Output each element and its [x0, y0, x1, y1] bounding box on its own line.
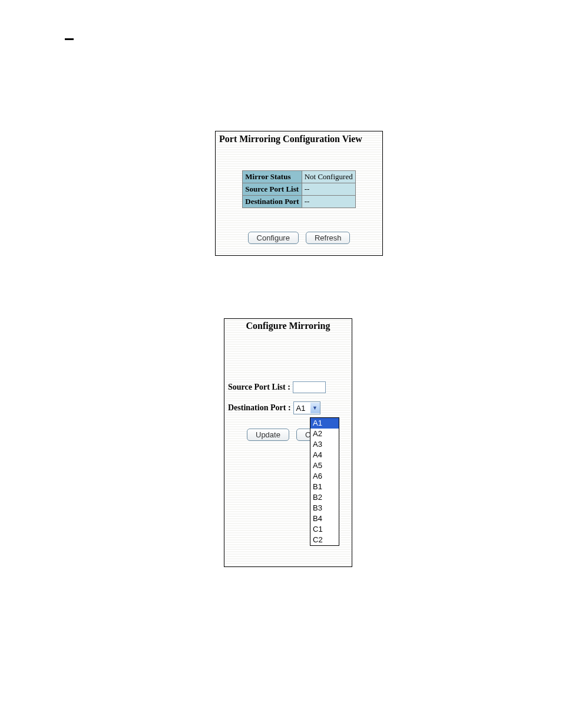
- destination-port-value: --: [302, 196, 355, 208]
- option-c2[interactable]: C2: [310, 535, 339, 545]
- destination-port-row: Destination Port : A1 ▼: [228, 401, 348, 414]
- option-a5[interactable]: A5: [310, 460, 339, 471]
- table-row: Mirror Status Not Configured: [243, 171, 355, 183]
- select-value: A1: [294, 404, 310, 413]
- source-port-row: Source Port List :: [228, 381, 348, 393]
- port-mirroring-view-panel: Port Mirroring Configuration View Mirror…: [215, 131, 383, 256]
- update-button[interactable]: Update: [247, 429, 289, 441]
- option-a1[interactable]: A1: [310, 418, 339, 429]
- option-a4[interactable]: A4: [310, 450, 339, 460]
- table-row: Destination Port --: [243, 196, 355, 208]
- table-row: Source Port List --: [243, 183, 355, 196]
- chevron-down-icon: ▼: [310, 403, 320, 413]
- option-b4[interactable]: B4: [310, 513, 339, 524]
- option-c1[interactable]: C1: [310, 524, 339, 535]
- mirror-status-label: Mirror Status: [243, 171, 302, 183]
- refresh-button[interactable]: Refresh: [306, 232, 351, 244]
- configure-mirroring-panel: Configure Mirroring Source Port List : D…: [224, 318, 352, 567]
- source-port-list-value: --: [302, 183, 355, 196]
- source-port-list-label: Source Port List: [243, 183, 302, 196]
- option-b3[interactable]: B3: [310, 503, 339, 513]
- option-a2[interactable]: A2: [310, 429, 339, 439]
- destination-port-label: Destination Port: [243, 196, 302, 208]
- option-b2[interactable]: B2: [310, 492, 339, 503]
- panel-title: Configure Mirroring: [224, 319, 352, 331]
- source-port-input[interactable]: [293, 381, 326, 393]
- configure-button[interactable]: Configure: [248, 232, 299, 244]
- divider-mark: [65, 38, 74, 40]
- form-area: Source Port List : Destination Port : A1…: [224, 381, 352, 414]
- destination-port-label: Destination Port :: [228, 403, 293, 413]
- option-a6[interactable]: A6: [310, 471, 339, 482]
- mirror-status-value: Not Configured: [302, 171, 355, 183]
- option-b1[interactable]: B1: [310, 482, 339, 492]
- button-row: Configure Refresh: [216, 232, 382, 244]
- status-table: Mirror Status Not Configured Source Port…: [242, 170, 355, 208]
- destination-port-select[interactable]: A1 ▼: [293, 401, 320, 414]
- panel-title: Port Mirroring Configuration View: [216, 131, 382, 147]
- option-a3[interactable]: A3: [310, 439, 339, 450]
- destination-port-dropdown[interactable]: A1 A2 A3 A4 A5 A6 B1 B2 B3 B4 C1 C2: [310, 417, 339, 546]
- source-port-list-label: Source Port List :: [228, 383, 293, 392]
